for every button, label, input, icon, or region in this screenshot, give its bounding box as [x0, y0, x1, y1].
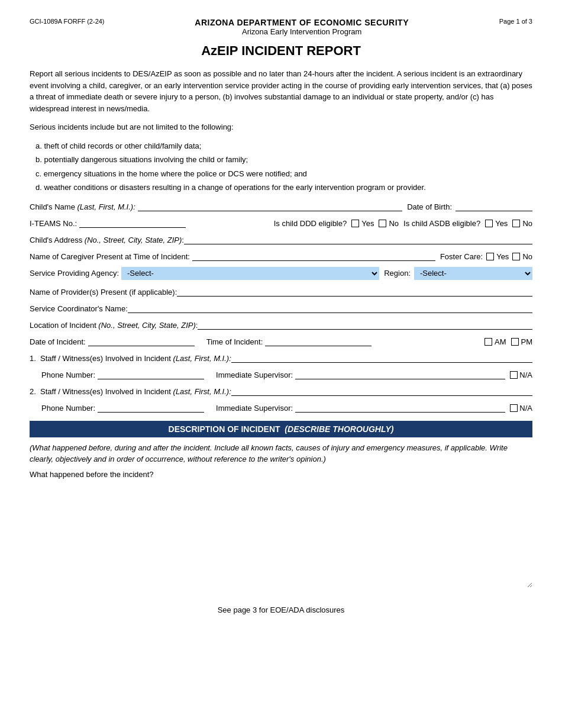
staff2-supervisor-field[interactable]	[295, 402, 505, 413]
location-label: Location of Incident (No., Street, City,…	[30, 321, 198, 330]
staff1-field[interactable]	[231, 352, 532, 363]
location-field[interactable]	[198, 319, 532, 330]
coordinator-row: Service Coordinator's Name:	[30, 302, 532, 313]
staff2-supervisor-label: Immediate Supervisor:	[216, 404, 293, 413]
region-label: Region:	[384, 269, 411, 278]
staff2-field[interactable]	[231, 385, 532, 396]
staff1-phone-field[interactable]	[98, 369, 204, 379]
foster-care-label: Foster Care:	[440, 252, 483, 261]
provider-field[interactable]	[177, 286, 532, 297]
staff1-na-checkbox[interactable]	[510, 371, 518, 379]
header-center: ARIZONA DEPARTMENT OF ECONOMIC SECURITY …	[195, 18, 409, 36]
form-id: GCI-1089A FORFF (2-24)	[30, 18, 105, 25]
pm-label: PM	[521, 337, 533, 346]
region-right: Region: -Select-	[384, 267, 532, 280]
staff2-phone-row: Phone Number: Immediate Supervisor: N/A	[30, 402, 532, 413]
agency-select[interactable]: -Select-	[121, 267, 379, 280]
staff1-label: 1. Staff / Witness(es) Involved in Incid…	[30, 354, 231, 363]
list-intro: Serious incidents include but are not li…	[30, 121, 532, 133]
date-field[interactable]	[88, 336, 195, 346]
description-header: DESCRIPTION OF INCIDENT (DESCRIBE THOROU…	[30, 421, 532, 437]
am-group: AM	[485, 337, 506, 346]
ddd-label: Is child DDD eligible?	[274, 219, 347, 228]
asdb-yes-label: Yes	[495, 219, 508, 228]
staff2-na-label: N/A	[519, 404, 532, 413]
asdb-yes-group: Yes	[485, 219, 508, 228]
iteams-left: I-TEAMS No.:	[30, 217, 269, 228]
staff2-na-checkbox[interactable]	[510, 404, 518, 412]
staff2-phone-label: Phone Number:	[41, 404, 95, 413]
foster-no-label: No	[522, 252, 532, 261]
iteams-field[interactable]	[79, 217, 186, 228]
staff2-phone-field[interactable]	[98, 402, 204, 413]
iteams-row: I-TEAMS No.: Is child DDD eligible? Yes …	[30, 217, 532, 228]
dob-label: Date of Birth:	[407, 202, 452, 211]
ampm-right: AM PM	[485, 337, 532, 346]
page-header: GCI-1089A FORFF (2-24) ARIZONA DEPARTMEN…	[30, 18, 532, 36]
staff2-row: 2. Staff / Witness(es) Involved in Incid…	[30, 385, 532, 396]
address-field[interactable]	[184, 234, 532, 244]
footer-text: See page 3 for EOE/ADA disclosures	[218, 605, 345, 614]
time-field[interactable]	[265, 336, 372, 346]
am-label: AM	[495, 337, 506, 346]
pm-checkbox[interactable]	[511, 338, 519, 346]
program-subtitle: Arizona Early Intervention Program	[195, 27, 409, 36]
staff1-phone-left: Phone Number: Immediate Supervisor:	[41, 369, 505, 379]
caregiver-label: Name of Caregiver Present at Time of Inc…	[30, 252, 190, 261]
childs-name-field[interactable]	[138, 201, 402, 211]
ddd-yes-label: Yes	[361, 219, 374, 228]
agency-left: Service Providing Agency: -Select-	[30, 267, 379, 280]
childs-name-row: Child's Name (Last, First, M.I.): Date o…	[30, 201, 532, 211]
intro-paragraph: Report all serious incidents to DES/AzEI…	[30, 68, 532, 114]
main-title: AzEIP INCIDENT REPORT	[30, 43, 532, 59]
region-select[interactable]: -Select-	[414, 267, 532, 280]
ddd-no-checkbox[interactable]	[379, 220, 386, 227]
staff1-phone-row: Phone Number: Immediate Supervisor: N/A	[30, 369, 532, 379]
foster-no-checkbox[interactable]	[512, 253, 520, 260]
staff1-supervisor-field[interactable]	[295, 369, 505, 379]
ddd-no-group: No	[379, 219, 399, 228]
agency-label: Service Providing Agency:	[30, 269, 119, 278]
asdb-label: Is child ASDB eligible?	[403, 219, 480, 228]
list-item-d: d. weather conditions or disasters resul…	[35, 182, 532, 194]
pm-group: PM	[511, 337, 533, 346]
caregiver-left: Name of Caregiver Present at Time of Inc…	[30, 250, 435, 261]
staff1-na-label: N/A	[519, 371, 532, 379]
staff1-na: N/A	[510, 371, 532, 379]
description-note: (What happened before, during and after …	[30, 442, 532, 465]
am-checkbox[interactable]	[485, 338, 492, 346]
coordinator-field[interactable]	[128, 302, 532, 313]
provider-row: Name of Provider(s) Present (if applicab…	[30, 286, 532, 297]
time-label: Time of Incident:	[206, 337, 263, 346]
list-item-a: a. theft of child records or other child…	[35, 140, 532, 152]
list-item-c: c. emergency situations in the home wher…	[35, 168, 532, 180]
foster-yes-group: Yes	[486, 252, 509, 261]
asdb-yes-checkbox[interactable]	[485, 220, 493, 227]
address-label: Child's Address (No., Street, City, Stat…	[30, 236, 184, 244]
agency-title: ARIZONA DEPARTMENT OF ECONOMIC SECURITY	[195, 18, 409, 27]
footer: See page 3 for EOE/ADA disclosures	[30, 605, 532, 614]
agency-region-row: Service Providing Agency: -Select- Regio…	[30, 267, 532, 280]
foster-care-right: Foster Care: Yes No	[440, 252, 532, 261]
asdb-no-checkbox[interactable]	[512, 220, 520, 227]
ddd-asdb-right: Is child DDD eligible? Yes No Is child A…	[274, 219, 532, 228]
dob-field[interactable]	[456, 201, 532, 211]
foster-no-group: No	[512, 252, 532, 261]
ddd-yes-checkbox[interactable]	[351, 220, 359, 227]
coordinator-label: Service Coordinator's Name:	[30, 304, 128, 313]
staff2-label: 2. Staff / Witness(es) Involved in Incid…	[30, 387, 231, 396]
foster-yes-label: Yes	[496, 252, 509, 261]
description-textarea[interactable]	[30, 481, 532, 588]
asdb-no-label: No	[522, 219, 532, 228]
page-number: Page 1 of 3	[499, 18, 532, 25]
staff2-na: N/A	[510, 404, 532, 413]
datetime-left: Date of Incident: Time of Incident:	[30, 336, 480, 346]
foster-yes-checkbox[interactable]	[486, 253, 494, 260]
location-row: Location of Incident (No., Street, City,…	[30, 319, 532, 330]
childs-name-label: Child's Name (Last, First, M.I.):	[30, 202, 135, 211]
staff1-phone-label: Phone Number:	[41, 371, 95, 379]
ddd-no-label: No	[389, 219, 399, 228]
asdb-no-group: No	[512, 219, 532, 228]
caregiver-field[interactable]	[192, 250, 435, 261]
incident-list: a. theft of child records or other child…	[30, 140, 532, 194]
